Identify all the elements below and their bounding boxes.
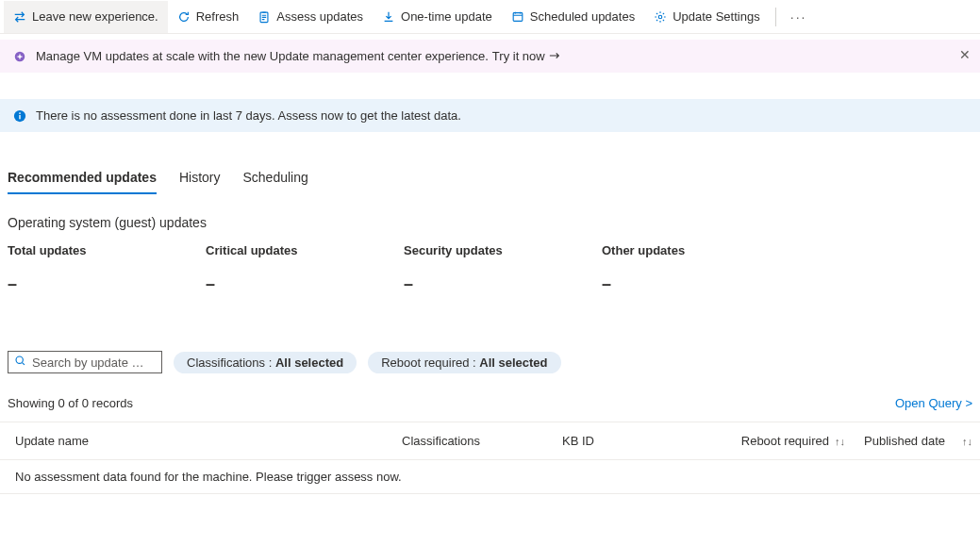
- stat-critical: Critical updates –: [206, 243, 404, 294]
- sparkle-icon: [13, 50, 26, 63]
- stat-other: Other updates –: [602, 243, 800, 294]
- column-update-name[interactable]: Update name: [15, 434, 402, 448]
- promo-link[interactable]: Try it now: [492, 49, 560, 63]
- filter-row: Classifications : All selected Reboot re…: [0, 351, 980, 373]
- column-kb-id[interactable]: KB ID: [562, 434, 704, 448]
- tab-scheduling[interactable]: Scheduling: [243, 164, 308, 194]
- search-box[interactable]: [8, 351, 162, 373]
- arrow-right-icon: [549, 49, 560, 63]
- stat-value: –: [8, 274, 206, 294]
- tab-bar: Recommended updates History Scheduling: [0, 164, 980, 194]
- updates-table: Update name Classifications KB ID Reboot…: [0, 422, 980, 494]
- sort-icon[interactable]: ↑↓: [835, 436, 845, 447]
- promo-banner: Manage VM updates at scale with the new …: [0, 40, 980, 73]
- stat-label: Critical updates: [206, 243, 404, 257]
- command-bar: Leave new experience. Refresh Assess upd…: [0, 0, 980, 34]
- assess-updates-button[interactable]: Assess updates: [248, 1, 373, 33]
- gear-icon: [654, 10, 667, 24]
- stat-label: Total updates: [8, 243, 206, 257]
- column-reboot-required[interactable]: Reboot required↑↓: [704, 434, 845, 448]
- scheduled-updates-button[interactable]: Scheduled updates: [502, 1, 644, 33]
- svg-rect-1: [513, 12, 523, 21]
- scheduled-updates-label: Scheduled updates: [530, 9, 635, 24]
- tab-recommended[interactable]: Recommended updates: [8, 164, 157, 194]
- column-published-date[interactable]: Published date: [845, 434, 962, 448]
- refresh-button[interactable]: Refresh: [168, 1, 249, 33]
- refresh-icon: [177, 10, 191, 24]
- toolbar-separator: [775, 8, 776, 26]
- os-updates-section: Operating system (guest) updates Total u…: [0, 215, 980, 294]
- svg-point-6: [19, 112, 21, 114]
- stat-label: Other updates: [602, 243, 800, 257]
- one-time-update-button[interactable]: One-time update: [373, 1, 502, 33]
- clipboard-icon: [257, 10, 271, 24]
- ellipsis-icon: ···: [790, 9, 807, 25]
- update-settings-label: Update Settings: [673, 9, 760, 24]
- close-icon[interactable]: ✕: [959, 47, 971, 62]
- svg-point-7: [16, 356, 23, 363]
- leave-experience-label: Leave new experience.: [32, 9, 158, 24]
- calendar-icon: [511, 10, 524, 24]
- column-classifications[interactable]: Classifications: [402, 434, 562, 448]
- stat-value: –: [404, 274, 602, 294]
- stat-label: Security updates: [404, 243, 602, 257]
- records-bar: Showing 0 of 0 records Open Query >: [0, 396, 980, 410]
- open-query-link[interactable]: Open Query >: [895, 396, 972, 410]
- update-settings-button[interactable]: Update Settings: [644, 1, 770, 33]
- more-button[interactable]: ···: [782, 1, 816, 33]
- stat-security: Security updates –: [404, 243, 602, 294]
- filter-value: All selected: [479, 356, 547, 370]
- filter-label: Classifications :: [187, 356, 275, 370]
- svg-rect-5: [19, 114, 20, 118]
- filter-reboot-required[interactable]: Reboot required : All selected: [368, 352, 560, 373]
- filter-value: All selected: [275, 356, 343, 370]
- filter-label: Reboot required :: [381, 356, 479, 370]
- search-icon: [14, 355, 26, 370]
- stat-value: –: [206, 274, 404, 294]
- stat-value: –: [602, 274, 800, 294]
- promo-text: Manage VM updates at scale with the new …: [36, 49, 489, 63]
- section-title: Operating system (guest) updates: [8, 215, 972, 230]
- records-count: Showing 0 of 0 records: [8, 396, 133, 410]
- promo-link-label: Try it now: [492, 49, 545, 63]
- info-icon: [13, 109, 26, 123]
- filter-classifications[interactable]: Classifications : All selected: [174, 352, 357, 373]
- search-input[interactable]: [32, 356, 156, 370]
- stat-total: Total updates –: [8, 243, 206, 294]
- swap-icon: [13, 10, 26, 24]
- leave-experience-button[interactable]: Leave new experience.: [4, 1, 168, 33]
- info-text: There is no assessment done in last 7 da…: [36, 108, 461, 123]
- refresh-label: Refresh: [196, 9, 240, 24]
- one-time-update-label: One-time update: [401, 9, 492, 24]
- assess-updates-label: Assess updates: [276, 9, 363, 24]
- tab-history[interactable]: History: [179, 164, 221, 194]
- stats-row: Total updates – Critical updates – Secur…: [8, 243, 972, 294]
- table-empty-message: No assessment data found for the machine…: [0, 460, 980, 494]
- info-banner: There is no assessment done in last 7 da…: [0, 99, 980, 132]
- sort-icon[interactable]: ↑↓: [962, 436, 972, 447]
- download-icon: [382, 10, 395, 24]
- table-header-row: Update name Classifications KB ID Reboot…: [0, 422, 980, 460]
- svg-point-2: [658, 15, 662, 19]
